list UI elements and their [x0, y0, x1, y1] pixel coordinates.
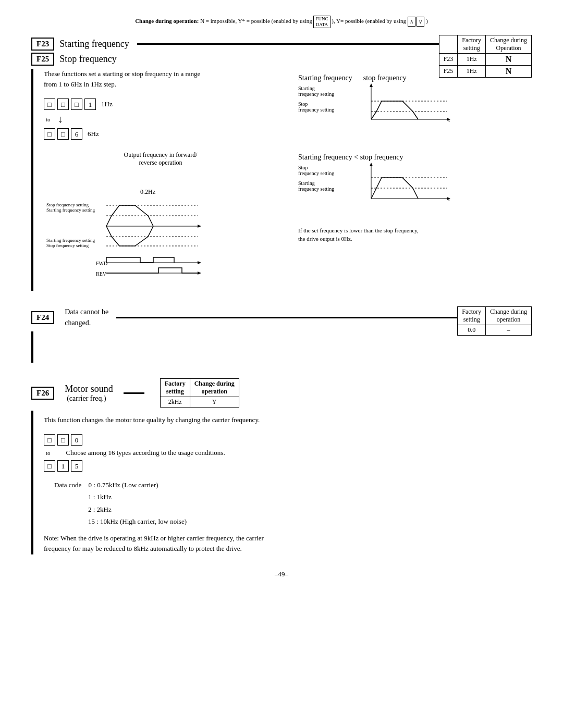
- svg-marker-15: [370, 83, 373, 87]
- digit-start-group: □ □ □ 1 1Hz to ↓ □: [44, 95, 113, 143]
- right-bottom-labels: Stopfrequency setting Startingfrequency …: [298, 165, 361, 222]
- f24-content: [31, 331, 532, 363]
- f26-digit-start-row: □ □ 0: [44, 434, 225, 446]
- f26-digit-s3: 0: [71, 434, 82, 446]
- f26-digit-s1: □: [44, 434, 55, 446]
- f26-th-factory: Factorysetting: [160, 379, 190, 397]
- svg-marker-9: [198, 272, 201, 275]
- f26-title-group: Motor sound (carrier freq.): [65, 384, 113, 403]
- right-bottom-content: Stopfrequency setting Startingfrequency …: [298, 165, 532, 222]
- f23-title-row: F23 Starting frequency Factorysetting Ch…: [31, 38, 532, 51]
- left-diagram-title: Output frequency in forward/reverse oper…: [44, 151, 277, 167]
- f24-left-bar: [31, 331, 33, 363]
- t-label-top: t: [448, 117, 450, 123]
- f23-f25-content: These functions set a starting or stop f…: [31, 69, 532, 291]
- digit-s4: 1: [84, 98, 96, 110]
- digit-boxes-group: □ □ □ 1 1Hz to ↓ □: [44, 95, 277, 143]
- right-top-labels: Startingfrequency setting Stopfrequency …: [298, 85, 361, 143]
- right-bottom-title: Starting frequency < stop frequency: [298, 153, 532, 162]
- close-paren: ): [426, 18, 428, 24]
- f25-row-change: N: [486, 65, 532, 77]
- f25-label: F25: [31, 53, 54, 66]
- stop-freq-setting-b-label: Stopfrequency setting: [298, 165, 361, 176]
- f25-row-code: F25: [439, 65, 458, 77]
- digit-e1: □: [44, 128, 55, 140]
- left-diagram-wrapper: Output frequency in forward/reverse oper…: [44, 151, 277, 291]
- data-code-15: 15 : 10kHz (High carrier, low noise): [88, 517, 187, 525]
- f26-desc: This function changes the motor tone qua…: [44, 415, 532, 426]
- f24-th-change: Change duringoperation: [486, 307, 532, 325]
- f26-digit-end-row: □ 1 5: [44, 460, 225, 472]
- left-diagram-svg: Stop frequency setting Starting frequenc…: [44, 169, 211, 289]
- f24-text: Data cannot be changed.: [65, 306, 108, 328]
- f24-row-factory: 0.0: [458, 325, 486, 336]
- f26-content: This function changes the motor tone qua…: [31, 411, 532, 554]
- f24-table: Factorysetting Change duringoperation 0.…: [457, 306, 532, 336]
- digit-s1: □: [44, 98, 55, 110]
- right-bottom-note: If the set frequency is lower than the s…: [298, 226, 532, 243]
- digit-end-row: □ □ 6 6Hz: [44, 128, 113, 140]
- y-star-possible: Y* = possible (enabled by using: [238, 18, 312, 24]
- y-possible: ), Y= possible (enabled by using: [332, 18, 406, 24]
- right-bottom-diagram: Starting frequency < stop frequency Stop…: [298, 153, 532, 243]
- f26-title: Motor sound: [65, 384, 113, 394]
- data-code-2: 2 : 2kHz: [88, 505, 112, 513]
- f23-th-change: Change duringOperation: [486, 35, 532, 53]
- f23-title: Starting frequency: [59, 39, 129, 50]
- f26-choose-label: Choose among 16 types according to the u…: [66, 449, 225, 457]
- digit-s2: □: [57, 98, 69, 110]
- f23-th-factory: Factorysetting: [458, 35, 486, 53]
- to-label: to: [46, 116, 51, 122]
- svg-marker-21: [370, 163, 373, 166]
- f23-label: F23: [31, 38, 54, 51]
- f24-title-row: F24 Data cannot be changed. Factorysetti…: [31, 306, 532, 328]
- f23-th-empty: [439, 35, 458, 53]
- f23-f25-section: F23 Starting frequency Factorysetting Ch…: [31, 38, 532, 291]
- f26-digit-group: □ □ 0 to Choose among 16 types according…: [44, 431, 532, 475]
- header-note: Change during operation: N = impossible,…: [31, 16, 532, 28]
- right-top-svg: t: [371, 85, 455, 143]
- hz-label: 0.2Hz: [140, 188, 155, 195]
- start-freq-label: Starting frequency setting: [46, 207, 95, 213]
- f26-section: F26 Motor sound (carrier freq.) Factorys…: [31, 378, 532, 554]
- f25-title: Stop frequency: [59, 54, 116, 65]
- f24-section: F24 Data cannot be changed. Factorysetti…: [31, 306, 532, 363]
- start-freq-label2: Starting frequency setting: [46, 238, 95, 243]
- desc-line1: These functions set a starting or stop f…: [44, 69, 277, 91]
- right-diagrams-wrapper: Starting frequency stop frequency Starti…: [298, 69, 532, 291]
- right-bottom-svg: t: [371, 165, 455, 222]
- f24-th-factory: Factorysetting: [458, 307, 486, 325]
- arrow-down-key: ∨: [417, 17, 424, 27]
- data-code-block: Data code 0 : 0.75kHz (Low carrier) 1 : …: [54, 479, 532, 528]
- stop-freq-label: Stop frequency setting: [46, 202, 89, 207]
- digit-s3: □: [71, 98, 82, 110]
- right-top-content: Startingfrequency setting Stopfrequency …: [298, 85, 532, 143]
- f26-to-label: to: [46, 450, 51, 456]
- down-arrow: ↓: [58, 113, 63, 125]
- f26-row-change: Y: [190, 397, 239, 408]
- f26-title-line-short: [124, 392, 144, 394]
- change-during-op-label: Change during operation:: [135, 18, 199, 24]
- f24-table-wrapper: Factorysetting Change duringoperation 0.…: [457, 306, 532, 336]
- digit-e2: □: [57, 128, 69, 140]
- f26-digit-boxes: □ □ 0 to Choose among 16 types according…: [44, 431, 225, 475]
- f26-digit-e3: 5: [71, 460, 82, 472]
- func-data-key: FUNCDATA: [313, 16, 330, 28]
- f26-title-row: F26 Motor sound (carrier freq.) Factorys…: [31, 378, 532, 408]
- hz-start-label: 1Hz: [101, 100, 113, 108]
- f26-digit-e2: 1: [57, 460, 69, 472]
- f26-digit-s2: □: [57, 434, 69, 446]
- f26-label: F26: [31, 387, 54, 400]
- f26-row-factory: 2kHz: [160, 397, 190, 408]
- data-code-1: 1 : 1kHz: [88, 493, 112, 501]
- start-freq-setting-b-label: Startingfrequency setting: [298, 180, 361, 192]
- stop-freq-setting-label: Stopfrequency setting: [298, 101, 361, 113]
- f24-content-area: [44, 331, 532, 363]
- f26-digit-e1: □: [44, 460, 55, 472]
- f25-row-factory: 1Hz: [458, 65, 486, 77]
- page-number: –49–: [31, 570, 532, 578]
- f23-f25-content-area: These functions set a starting or stop f…: [44, 69, 532, 291]
- f25-title-row: F25 Stop frequency: [31, 53, 532, 66]
- fwd-label: FWD: [96, 261, 107, 266]
- f26-content-area: This function changes the motor tone qua…: [44, 411, 532, 554]
